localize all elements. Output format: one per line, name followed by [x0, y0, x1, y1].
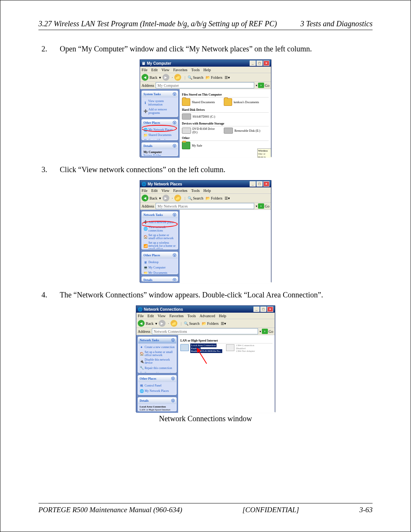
title-bar[interactable]: 🌐 My Network Places _ □ ×: [140, 181, 271, 187]
task-item[interactable]: ➕Add a network place: [143, 219, 176, 225]
task-item[interactable]: ℹView system information: [143, 99, 176, 107]
menu-view[interactable]: View: [158, 314, 166, 318]
menu-favorites[interactable]: Favorites: [173, 189, 187, 193]
search-icon[interactable]: 🔍: [184, 321, 188, 326]
back-label[interactable]: Back: [146, 321, 154, 326]
menu-view[interactable]: View: [161, 189, 169, 193]
folders-label[interactable]: Folders: [211, 75, 222, 80]
search-icon[interactable]: 🔍: [188, 75, 192, 80]
menubar[interactable]: File Edit View Favorites Tools Advanced …: [136, 313, 275, 319]
menubar[interactable]: File Edit View Favorites Tools Help: [140, 187, 271, 194]
task-item[interactable]: 🔌Disable this network device: [140, 358, 175, 365]
back-icon[interactable]: ◄: [138, 320, 145, 327]
sidebar-item-network-places[interactable]: 🌐My Network Places: [143, 127, 176, 133]
close-button[interactable]: ×: [263, 181, 269, 187]
collapse-icon[interactable]: ⓥ: [171, 398, 175, 403]
menu-edit[interactable]: Edit: [151, 189, 158, 193]
task-view-connections[interactable]: 🌐View network connections: [143, 225, 176, 233]
back-icon[interactable]: ◄: [142, 74, 148, 81]
address-input[interactable]: My Computer: [156, 82, 254, 88]
main-pane[interactable]: [180, 210, 271, 283]
menu-favorites[interactable]: Favorites: [173, 68, 187, 72]
go-button[interactable]: ›: [258, 203, 264, 209]
sidebar-item[interactable]: 💻My Computer: [143, 265, 176, 270]
search-label[interactable]: Search: [193, 75, 203, 80]
close-button[interactable]: ×: [267, 307, 273, 312]
my-safe[interactable]: My Safe: [182, 142, 220, 149]
minimize-button[interactable]: _: [250, 181, 256, 187]
up-icon[interactable]: 📁: [170, 320, 177, 327]
sidebar-item[interactable]: 📁My Documents: [140, 394, 175, 395]
menu-edit[interactable]: Edit: [148, 314, 154, 318]
task-item[interactable]: ✎Rename this connection: [140, 371, 175, 373]
task-item[interactable]: 🔧Repair this connection: [140, 365, 175, 371]
menu-tools[interactable]: Tools: [191, 189, 200, 193]
search-label[interactable]: Search: [189, 321, 199, 326]
menu-help[interactable]: Help: [219, 314, 226, 318]
maximize-button[interactable]: □: [260, 307, 266, 312]
folder-user-docs[interactable]: kenkou's Documents: [224, 98, 262, 106]
task-item[interactable]: 🏠Set up a home or small office network: [143, 233, 176, 241]
menu-file[interactable]: File: [142, 68, 148, 72]
collapse-icon[interactable]: ⓥ: [173, 92, 176, 97]
close-button[interactable]: ×: [263, 61, 269, 66]
collapse-icon[interactable]: ⓥ: [173, 144, 176, 149]
collapse-icon[interactable]: ⓥ: [173, 253, 176, 258]
menu-favorites[interactable]: Favorites: [169, 314, 183, 318]
up-icon[interactable]: 📁: [174, 74, 181, 81]
menu-tools[interactable]: Tools: [191, 68, 200, 72]
maximize-button[interactable]: □: [256, 181, 263, 187]
connection-1394[interactable]: 1394 Connection Disabled 1394 Net Adapte…: [226, 344, 264, 353]
collapse-icon[interactable]: ⓥ: [173, 120, 176, 125]
main-pane[interactable]: LAN or High-Speed Internet Local Area Co…: [178, 335, 275, 413]
address-input[interactable]: My Network Places: [156, 203, 254, 209]
back-label[interactable]: Back: [150, 196, 158, 200]
folders-icon[interactable]: 📂: [202, 321, 206, 326]
menu-tools[interactable]: Tools: [188, 314, 196, 318]
collapse-icon[interactable]: ⓥ: [171, 376, 175, 381]
go-button[interactable]: ›: [258, 83, 264, 88]
task-item[interactable]: ➕Add or remove programs: [143, 107, 176, 115]
address-input[interactable]: Network Connections: [152, 328, 258, 334]
main-pane[interactable]: Files Stored on This Computer Shared Doc…: [180, 89, 271, 158]
folders-label[interactable]: Folders: [211, 196, 222, 200]
menu-file[interactable]: File: [142, 189, 148, 193]
menu-edit[interactable]: Edit: [151, 68, 158, 72]
sidebar-item-shared-docs[interactable]: 📁Shared Documents: [143, 133, 176, 138]
back-icon[interactable]: ◄: [142, 195, 148, 201]
task-item[interactable]: ✦Create a new connection: [140, 345, 175, 350]
task-item[interactable]: ⚙Change a setting: [143, 115, 176, 117]
search-icon[interactable]: 🔍: [188, 196, 192, 200]
folder-shared-docs[interactable]: Shared Documents: [182, 98, 220, 106]
minimize-button[interactable]: _: [253, 307, 260, 312]
sidebar-item[interactable]: 🌐My Network Places: [140, 388, 175, 394]
sidebar-item-control-panel[interactable]: 🛠Control Panel: [143, 138, 176, 141]
collapse-icon[interactable]: ⓥ: [173, 212, 176, 217]
sidebar-item[interactable]: 🛠Control Panel: [140, 383, 175, 388]
collapse-icon[interactable]: ⓥ: [171, 338, 175, 343]
menu-file[interactable]: File: [138, 314, 144, 318]
folders-icon[interactable]: 📂: [206, 196, 210, 200]
drive-dvd[interactable]: DVD-RAM Drive (D:): [182, 127, 220, 134]
menu-help[interactable]: Help: [204, 68, 211, 72]
drive-removable[interactable]: Removable Disk (E:): [224, 127, 262, 134]
views-icon[interactable]: ☰▾: [225, 75, 230, 80]
up-icon[interactable]: 📁: [174, 195, 181, 201]
minimize-button[interactable]: _: [250, 61, 256, 66]
views-icon[interactable]: ☰▾: [221, 321, 226, 326]
connection-lac[interactable]: Local Area Connection Enabled Realtek RT…: [180, 344, 222, 353]
go-button[interactable]: ›: [262, 329, 268, 334]
collapse-icon[interactable]: ⓥ: [173, 278, 176, 281]
sidebar-item[interactable]: 📁My Documents: [143, 270, 176, 275]
menu-advanced[interactable]: Advanced: [200, 314, 215, 318]
title-bar[interactable]: 🌐 Network Connections _ □ ×: [136, 306, 275, 313]
menu-help[interactable]: Help: [204, 189, 211, 193]
drive-c[interactable]: SSA407D001 (C:): [182, 113, 220, 120]
back-label[interactable]: Back: [150, 75, 158, 80]
sidebar-item[interactable]: 🖥Desktop: [143, 260, 176, 265]
menubar[interactable]: File Edit View Favorites Tools Help: [140, 67, 271, 73]
task-item[interactable]: 🏠Set up a home or small office network: [140, 350, 175, 358]
task-item[interactable]: 📶Set up a wireless network for a home or…: [143, 241, 176, 249]
folders-label[interactable]: Folders: [207, 321, 218, 326]
search-label[interactable]: Search: [193, 196, 203, 200]
